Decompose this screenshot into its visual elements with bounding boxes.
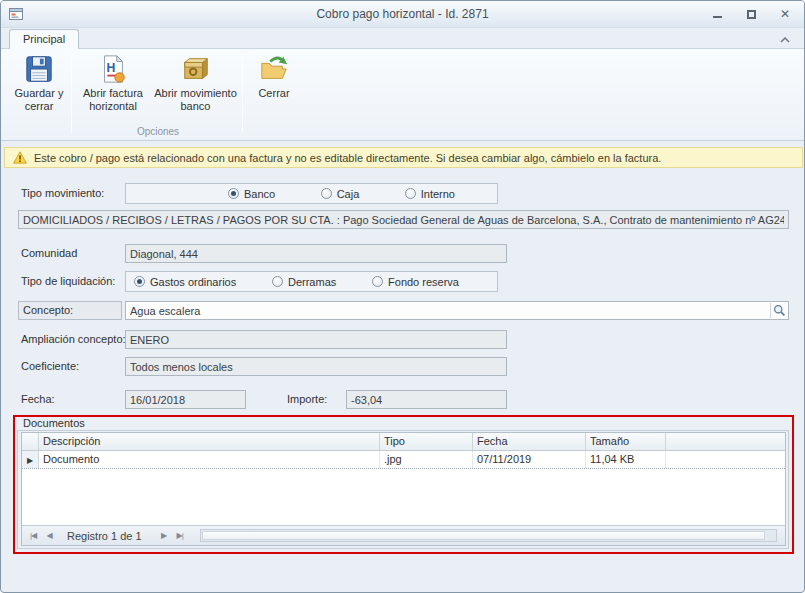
close-folder-icon	[247, 53, 301, 85]
concepto-label: Concepto:	[18, 301, 122, 320]
radio-gastos-ordinarios[interactable]: Gastos ordinarios	[134, 276, 236, 288]
comunidad-label: Comunidad	[21, 244, 77, 263]
radio-banco[interactable]: Banco	[228, 188, 275, 200]
scrollbar-thumb[interactable]	[202, 531, 766, 540]
record-navigator: |◀ ◀ Registro 1 de 1 ▶ ▶|	[22, 525, 785, 545]
close-icon: ✕	[780, 8, 790, 20]
concepto-field-wrap	[125, 301, 789, 320]
radio-icon	[272, 276, 283, 287]
tipo-movimiento-label: Tipo movimiento:	[21, 184, 104, 203]
window-icon	[8, 6, 24, 22]
radio-interno[interactable]: Interno	[405, 188, 455, 200]
importe-label: Importe:	[287, 390, 327, 409]
close-button[interactable]: ✕	[776, 6, 794, 22]
cerrar-button[interactable]: Cerrar	[247, 53, 301, 100]
svg-text:H: H	[106, 61, 115, 75]
radio-fondo-reserva[interactable]: Fondo reserva	[372, 276, 459, 288]
ribbon-collapse-button[interactable]	[778, 34, 792, 46]
grid-header: Descripción Tipo Fecha Tamaño	[22, 433, 785, 451]
abrir-movimiento-button[interactable]: Abrir movimiento banco	[151, 53, 240, 113]
radio-fondo-label: Fondo reserva	[388, 276, 459, 288]
maximize-button[interactable]	[742, 6, 760, 22]
window-title: Cobro pago horizontal - Id. 2871	[1, 7, 804, 21]
column-header-tamano[interactable]: Tamaño	[586, 433, 666, 450]
coeficiente-field[interactable]	[125, 357, 507, 376]
guardar-y-cerrar-label: Guardar y cerrar	[9, 87, 69, 113]
radio-caja[interactable]: Caja	[321, 188, 360, 200]
comunidad-field[interactable]	[125, 244, 507, 263]
cerrar-label: Cerrar	[247, 87, 301, 100]
tipo-movimiento-group: Banco Caja Interno	[125, 183, 498, 204]
documentos-group-title: Documentos	[23, 417, 85, 429]
radio-icon	[405, 188, 416, 199]
guardar-y-cerrar-button[interactable]: Guardar y cerrar	[9, 53, 69, 113]
ampliacion-concepto-field[interactable]	[125, 330, 507, 349]
radio-icon	[134, 276, 145, 287]
abrir-movimiento-label: Abrir movimiento banco	[151, 87, 240, 113]
warning-bar: Este cobro / pago está relacionado con u…	[4, 147, 803, 168]
radio-icon	[372, 276, 383, 287]
cell-tamano: 11,04 KB	[586, 451, 666, 468]
cell-descripcion: Documento	[39, 451, 380, 468]
ribbon-separator	[71, 53, 72, 133]
radio-banco-label: Banco	[244, 188, 275, 200]
last-record-button[interactable]: ▶|	[172, 531, 188, 540]
first-record-button[interactable]: |◀	[25, 531, 41, 540]
minimize-button[interactable]	[708, 6, 726, 22]
save-icon	[9, 53, 69, 85]
tipo-liquidacion-label: Tipo de liquidación:	[21, 272, 115, 291]
radio-caja-label: Caja	[337, 188, 360, 200]
radio-interno-label: Interno	[421, 188, 455, 200]
invoice-document-icon: H	[77, 53, 149, 85]
documentos-grid: Descripción Tipo Fecha Tamaño ▶ Document…	[21, 432, 786, 546]
coeficiente-label: Coeficiente:	[21, 357, 79, 376]
cell-fecha: 07/11/2019	[473, 451, 586, 468]
next-record-button[interactable]: ▶	[156, 531, 172, 540]
warning-icon	[13, 151, 27, 164]
chevron-up-icon	[780, 37, 790, 43]
ribbon-group-label: Opciones	[75, 126, 241, 137]
grid-indicator-header	[22, 433, 39, 450]
radio-icon	[228, 188, 239, 199]
bank-box-icon	[151, 53, 240, 85]
radio-gastos-label: Gastos ordinarios	[150, 276, 236, 288]
minimize-icon	[713, 11, 722, 18]
grid-header-filler	[666, 433, 785, 450]
importe-field[interactable]	[346, 390, 507, 409]
movimiento-texto-field[interactable]	[18, 210, 789, 229]
concepto-field[interactable]	[125, 301, 789, 320]
tipo-liquidacion-group: Gastos ordinarios Derramas Fondo reserva	[125, 271, 498, 292]
cell-filler	[666, 451, 785, 468]
lookup-button[interactable]	[770, 303, 787, 318]
abrir-factura-button[interactable]: H Abrir factura horizontal	[77, 53, 149, 113]
horizontal-scrollbar[interactable]	[200, 529, 777, 542]
search-icon	[773, 304, 786, 317]
record-count-text: Registro 1 de 1	[67, 530, 142, 542]
table-row[interactable]: ▶ Documento .jpg 07/11/2019 11,04 KB	[22, 451, 785, 469]
abrir-factura-label: Abrir factura horizontal	[77, 87, 149, 113]
row-indicator-cell: ▶	[22, 451, 39, 468]
warning-text: Este cobro / pago está relacionado con u…	[34, 152, 661, 164]
prev-record-button[interactable]: ◀	[41, 531, 57, 540]
tab-principal[interactable]: Principal	[9, 29, 79, 49]
column-header-fecha[interactable]: Fecha	[473, 433, 586, 450]
maximize-icon	[747, 10, 756, 19]
column-header-descripcion[interactable]: Descripción	[39, 433, 380, 450]
row-indicator-icon: ▶	[27, 456, 33, 465]
radio-derramas-label: Derramas	[288, 276, 336, 288]
ribbon: Guardar y cerrar H Abrir factura horizon…	[1, 48, 804, 141]
radio-icon	[321, 188, 332, 199]
title-bar: Cobro pago horizontal - Id. 2871 ✕	[1, 1, 804, 28]
column-header-tipo[interactable]: Tipo	[380, 433, 473, 450]
fecha-label: Fecha:	[21, 390, 55, 409]
fecha-field[interactable]	[125, 390, 246, 409]
ribbon-separator	[242, 53, 243, 133]
dialog-window: Cobro pago horizontal - Id. 2871 ✕ Princ…	[0, 0, 805, 593]
cell-tipo: .jpg	[380, 451, 473, 468]
ampliacion-concepto-label: Ampliación concepto:	[21, 330, 126, 349]
radio-derramas[interactable]: Derramas	[272, 276, 336, 288]
